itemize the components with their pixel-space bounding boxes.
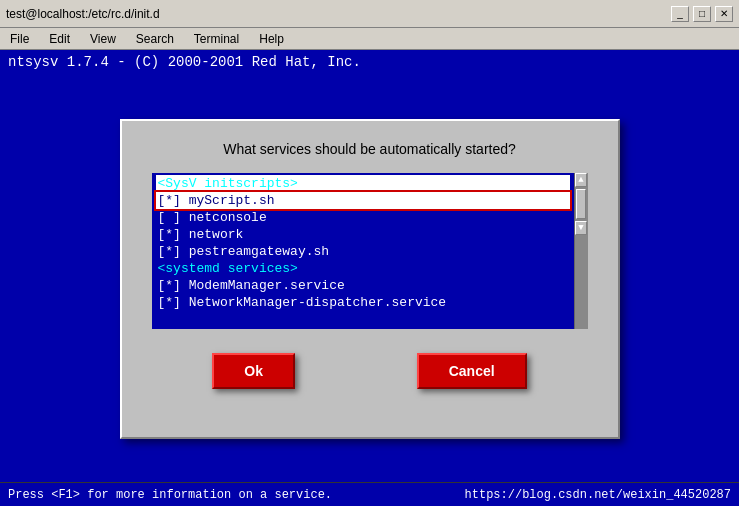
menu-file[interactable]: File [4, 30, 35, 48]
status-right-text: https://blog.csdn.net/weixin_44520287 [465, 488, 731, 502]
status-left-text: Press <F1> for more information on a ser… [8, 488, 332, 502]
menu-terminal[interactable]: Terminal [188, 30, 245, 48]
scrollbar[interactable]: ▲ ▼ [574, 173, 588, 329]
scroll-down-button[interactable]: ▼ [575, 221, 587, 235]
scroll-thumb[interactable] [576, 189, 586, 219]
scroll-up-button[interactable]: ▲ [575, 173, 587, 187]
menu-search[interactable]: Search [130, 30, 180, 48]
terminal-area: ntsysv 1.7.4 - (C) 2000-2001 Red Hat, In… [0, 50, 739, 482]
minimize-button[interactable]: _ [671, 6, 689, 22]
services-list[interactable]: <SysV initscripts> [*] myScript.sh [ ] n… [152, 173, 574, 329]
sysv-category[interactable]: <SysV initscripts> [156, 175, 570, 192]
modemmanager-item[interactable]: [*] ModemManager.service [156, 277, 570, 294]
dialog-overlay: What services should be automatically st… [0, 100, 739, 458]
menu-bar: File Edit View Search Terminal Help [0, 28, 739, 50]
window-controls: _ □ ✕ [671, 6, 733, 22]
window-title: test@localhost:/etc/rc.d/init.d [6, 7, 160, 21]
services-dialog: What services should be automatically st… [120, 119, 620, 439]
pestreamgateway-item[interactable]: [*] pestreamgateway.sh [156, 243, 570, 260]
menu-edit[interactable]: Edit [43, 30, 76, 48]
terminal-line-1: ntsysv 1.7.4 - (C) 2000-2001 Red Hat, In… [8, 54, 731, 70]
network-item[interactable]: [*] network [156, 226, 570, 243]
myscript-item[interactable]: [*] myScript.sh [156, 192, 570, 209]
dialog-title: What services should be automatically st… [152, 141, 588, 157]
title-bar: test@localhost:/etc/rc.d/init.d _ □ ✕ [0, 0, 739, 28]
networkmanager-item[interactable]: [*] NetworkManager-dispatcher.service [156, 294, 570, 311]
status-bar: Press <F1> for more information on a ser… [0, 482, 739, 506]
menu-view[interactable]: View [84, 30, 122, 48]
services-list-container: <SysV initscripts> [*] myScript.sh [ ] n… [152, 173, 588, 329]
menu-help[interactable]: Help [253, 30, 290, 48]
maximize-button[interactable]: □ [693, 6, 711, 22]
systemd-category[interactable]: <systemd services> [156, 260, 570, 277]
close-button[interactable]: ✕ [715, 6, 733, 22]
dialog-buttons: Ok Cancel [152, 353, 588, 389]
netconsole-item[interactable]: [ ] netconsole [156, 209, 570, 226]
cancel-button[interactable]: Cancel [417, 353, 527, 389]
ok-button[interactable]: Ok [212, 353, 295, 389]
